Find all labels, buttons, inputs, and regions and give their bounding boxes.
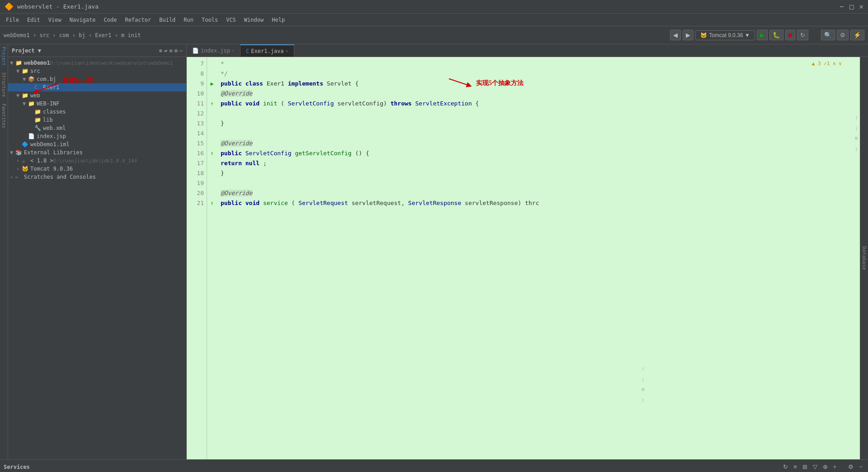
gutter-line-11[interactable]: ↑ (207, 99, 217, 109)
run-options-button[interactable]: ⚡ (850, 30, 864, 40)
tree-label: index.jsp (37, 133, 66, 139)
tree-item-lib[interactable]: 📁 lib (8, 116, 186, 124)
menu-navigate[interactable]: Navigate (66, 15, 99, 24)
code-content: public void init ( ServletConfig servlet… (221, 99, 479, 109)
tree-path: D:\ruanjian\jdk\jdk1.8.0_144 (53, 158, 137, 164)
override-gutter-icon-11[interactable]: ↑ (210, 100, 213, 107)
override-gutter-icon-16[interactable]: ↑ (210, 150, 213, 157)
structure-tab-icon[interactable]: Structure (1, 72, 6, 97)
code-content: @Override (221, 89, 252, 99)
java-icon: C (34, 84, 42, 91)
gutter-line-7 (207, 59, 217, 69)
tab-close-icon[interactable]: ✕ (232, 48, 235, 53)
svc-group-btn[interactable]: ⊞ (801, 462, 809, 471)
minimize-button[interactable]: − (840, 2, 844, 11)
svc-list-btn[interactable]: ≡ (792, 462, 799, 471)
maximize-button[interactable]: □ (849, 2, 854, 11)
tree-item-src[interactable]: ▼ 📁 src (8, 67, 186, 75)
project-add-button[interactable]: ⊕ (159, 48, 162, 54)
gutter-line-10 (207, 89, 217, 99)
gutter-line-21[interactable]: ↑ (207, 198, 217, 208)
override-gutter-icon-21[interactable]: ↑ (210, 200, 213, 206)
services-toolbar: ↻ ≡ ⊞ ▽ ⊕ + ⚙ − (781, 462, 864, 471)
svc-filter-btn[interactable]: ▽ (811, 462, 819, 471)
svc-refresh-btn[interactable]: ↻ (781, 462, 790, 471)
code-area[interactable]: ▲ 3 ✓1 ∧ ∨ * */ public class Exe (217, 57, 860, 459)
database-sidebar[interactable]: Database (860, 57, 868, 459)
tree-item-tomcat[interactable]: › 🐱 Tomcat 9.0.36 (8, 165, 186, 173)
tree-item-webxml[interactable]: 🔧 web.xml (8, 124, 186, 132)
code-line-21: public void service ( ServletRequest ser… (221, 198, 856, 208)
menu-view[interactable]: View (45, 15, 65, 24)
project-close-button[interactable]: − (179, 48, 183, 54)
menu-edit[interactable]: Edit (24, 15, 44, 24)
search-button[interactable]: 🔍 (821, 30, 835, 40)
menu-file[interactable]: File (2, 15, 23, 24)
tab-indexjsp[interactable]: 📄 index.jsp ✕ (187, 44, 241, 57)
settings-button[interactable]: ⚙ (837, 30, 849, 40)
menu-run[interactable]: Run (180, 15, 197, 24)
folder-icon: 📁 (28, 100, 35, 107)
tree-item-webinf[interactable]: ▼ 📁 WEB-INF (8, 100, 186, 108)
tree-label: classes (43, 109, 66, 115)
tree-item-web[interactable]: ▼ 📁 web (8, 91, 186, 100)
tree-label: web (30, 92, 40, 99)
code-line-17: return null ; (221, 158, 856, 168)
svc-collapse-btn[interactable]: − (857, 462, 864, 471)
tree-item-extlibs[interactable]: ▼ 📚 External Libraries (8, 148, 186, 157)
svc-settings-btn[interactable]: ⚙ (846, 462, 855, 471)
code-content: * (221, 59, 224, 69)
menu-help[interactable]: Help (268, 15, 288, 24)
menu-tools[interactable]: Tools (198, 15, 222, 24)
menu-vcs[interactable]: VCS (222, 15, 240, 24)
editor-content[interactable]: 7 8 9 10 11 12 13 14 15 16 17 18 19 20 2… (187, 57, 868, 459)
tree-label: lib (43, 117, 53, 123)
menu-build[interactable]: Build (156, 15, 179, 24)
code-content: return null ; (221, 158, 267, 168)
tab-icon: 📄 (192, 48, 199, 54)
svc-add-btn[interactable]: + (831, 462, 839, 471)
gutter-line-16[interactable]: ↑ (207, 148, 217, 158)
menu-code[interactable]: Code (100, 15, 121, 24)
menu-refactor[interactable]: Refactor (121, 15, 155, 24)
breadcrumb: webDemo1 › src › com › bj › Exer1 › m in… (4, 32, 141, 38)
tree-item-combj[interactable]: ▼ 📦 com.bj (8, 75, 186, 83)
close-button[interactable]: ✕ (859, 2, 863, 11)
editor-tabs: 📄 index.jsp ✕ C Exer1.java ✕ (187, 44, 868, 57)
xml-icon: 🔧 (34, 125, 42, 131)
code-line-14 (221, 129, 856, 138)
run-gutter-icon[interactable]: ▶ (210, 81, 213, 87)
tree-item-jdk[interactable]: › ☕ < 1.8 > D:\ruanjian\jdk\jdk1.8.0_144 (8, 157, 186, 165)
project-settings-button[interactable]: ⚙ (175, 48, 178, 54)
tab-exer1java[interactable]: C Exer1.java ✕ (241, 44, 294, 57)
scratches-icon: ✏️ (15, 174, 23, 180)
project-sync-button[interactable]: ⇌ (164, 48, 167, 54)
tree-item-indexjsp[interactable]: 📄 index.jsp (8, 132, 186, 140)
back-button[interactable]: ◀ (670, 30, 681, 40)
run-button[interactable]: ▶ (757, 30, 768, 40)
code-line-13: } (221, 119, 856, 129)
stop-button[interactable]: ■ (785, 30, 795, 40)
tree-item-iml[interactable]: 🔷 webDemo1.iml (8, 140, 186, 148)
debug-button[interactable]: 🐛 (769, 30, 783, 40)
reload-button[interactable]: ↻ (797, 30, 808, 40)
app-icon: 🔶 (5, 2, 14, 11)
tree-label: com.bj (37, 76, 56, 82)
tab-close-icon[interactable]: ✕ (286, 48, 288, 53)
run-config-dropdown[interactable]: 🐱 Tomcat 9.0.36 ▼ (695, 30, 755, 40)
svc-pin-btn[interactable]: ⊕ (821, 462, 830, 471)
gutter-line-8 (207, 69, 217, 79)
forward-button[interactable]: ▶ (683, 30, 693, 40)
tree-item-scratches[interactable]: › ✏️ Scratches and Consoles (8, 173, 186, 181)
iml-icon: 🔷 (22, 141, 29, 148)
tree-label: < 1.8 > (30, 157, 53, 164)
favorites-tab-icon[interactable]: Favorites (1, 104, 6, 128)
project-collapse-button[interactable]: ≡ (169, 48, 172, 54)
tree-item-webdemo1[interactable]: ▼ 📁 webDemo1 D:\ruanjian\idea\work\webse… (8, 59, 186, 67)
gutter-line-9[interactable]: ▶ (207, 79, 217, 89)
menu-window[interactable]: Window (241, 15, 267, 24)
project-tab-icon[interactable]: Project (1, 47, 6, 66)
tree-item-exer1[interactable]: C Exer1 (8, 83, 186, 91)
tree-label: webDemo1.iml (30, 141, 70, 148)
tree-item-classes[interactable]: 📁 classes (8, 108, 186, 116)
